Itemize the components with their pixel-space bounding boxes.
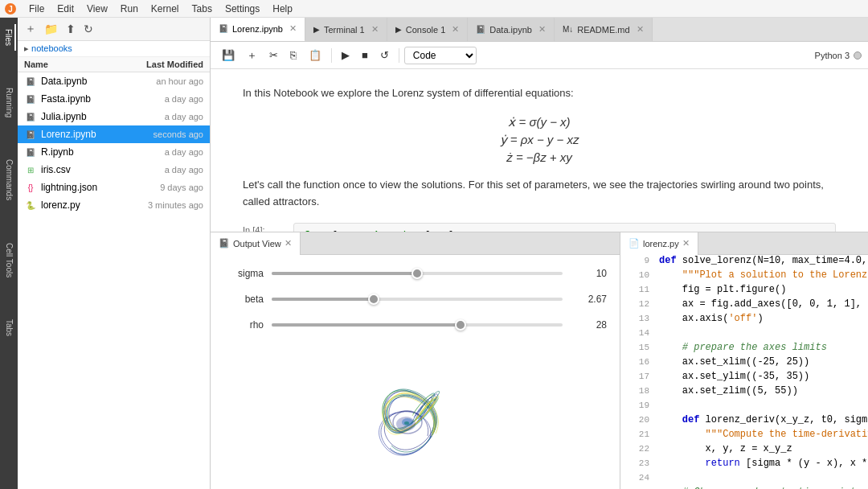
file-icon: 📓 [24,110,37,123]
file-item[interactable]: 📓 Lorenz.ipynb seconds ago [18,125,210,143]
output-tab-close[interactable]: ✕ [285,238,292,249]
upload-button[interactable]: ⬆ [63,22,78,36]
tab-label: Terminal 1 [324,25,365,35]
cell-type-select[interactable]: Code Markdown Raw [404,47,477,64]
file-modified: a day ago [123,112,203,121]
line-content: # prepare the axes limits [659,342,868,353]
notebook-content: In this Notebook we explore the Lorenz s… [211,69,868,232]
file-name: lorenz.py [41,199,123,211]
file-item[interactable]: ⊞ iris.csv a day ago [18,161,210,179]
line-content: x, y, z = x_y_z [659,443,868,454]
file-icon: 📓 [24,128,37,141]
restart-button[interactable]: ↺ [375,47,394,64]
output-tab[interactable]: 📓 Output View ✕ [211,232,301,255]
file-panel: ＋ 📁 ⬆ ↻ ▸ notebooks Name Last Modified 📓… [18,18,211,489]
slider-track[interactable] [272,298,563,301]
line-number: 23 [624,458,649,468]
file-name: R.ipynb [41,146,123,158]
tab-bar: 📓 Lorenz.ipynb ✕ ▶ Terminal 1 ✕ ▶ Consol… [211,18,868,42]
tab-close[interactable]: ✕ [538,24,546,35]
tab-close[interactable]: ✕ [371,24,379,35]
file-modified: 3 minutes ago [123,200,203,210]
menu-run[interactable]: Run [114,2,145,16]
tab[interactable]: ▶ Console 1 ✕ [387,18,469,42]
tab[interactable]: 📓 Lorenz.ipynb ✕ [211,18,305,42]
math-equations: ẋ = σ(y − x) ẏ = ρx − y − xz ż = −βz + x… [243,115,836,164]
content-area: 📓 Lorenz.ipynb ✕ ▶ Terminal 1 ✕ ▶ Consol… [211,18,868,489]
editor-tab[interactable]: 📄 lorenz.py ✕ [620,232,698,255]
sidebar-cell-tools[interactable]: Cell Tools [3,238,15,282]
editor-tab-bar: 📄 lorenz.py ✕ [620,232,868,255]
cell-code[interactable]: from lorenz import solve_lorenz t, x_t =… [293,223,836,232]
editor-line: 9 def solve_lorenz(N=10, max_time=4.0, s… [620,255,868,269]
file-icon: 📓 [24,75,37,88]
line-content: fig = plt.figure() [659,284,868,295]
menu-help[interactable]: Help [266,2,299,16]
slider-track[interactable] [272,272,563,275]
file-item[interactable]: 📓 Fasta.ipynb a day ago [18,90,210,108]
file-item[interactable]: 📓 R.ipynb a day ago [18,143,210,161]
menu-kernel[interactable]: Kernel [145,2,186,16]
line-number: 12 [624,299,649,309]
tab[interactable]: 📓 Data.ipynb ✕ [468,18,555,42]
copy-button[interactable]: ⎘ [285,47,301,64]
editor-content[interactable]: 9 def solve_lorenz(N=10, max_time=4.0, s… [620,255,868,489]
slider-value: 2.67 [571,294,607,305]
file-item[interactable]: {} lightning.json 9 days ago [18,179,210,196]
line-content [659,472,868,483]
new-file-button[interactable]: ＋ [23,21,39,37]
cut-button[interactable]: ✂ [264,47,283,64]
notebook-explanation: Let's call the function once to view the… [243,177,836,211]
breadcrumb: ▸ notebooks [18,41,210,57]
menu-edit[interactable]: Edit [51,2,80,16]
line-number: 14 [624,328,649,338]
tab[interactable]: ▶ Terminal 1 ✕ [305,18,387,42]
sidebar-tabs[interactable]: Tabs [3,314,15,341]
tab-close[interactable]: ✕ [289,23,297,34]
line-number: 17 [624,372,649,381]
header-modified: Last Modified [123,60,203,69]
editor-tab-label: lorenz.py [643,239,679,249]
sidebar-running[interactable]: Running [3,83,15,122]
slider-container: sigma 10 beta 2.67 rho 28 [223,268,607,345]
vertical-sidebar: Files Running Commands Cell Tools Tabs [0,18,18,489]
tab-label: Data.ipynb [489,25,532,35]
line-content: ax = fig.add_axes([0, 0, 1, 1], projecti… [659,298,868,310]
sidebar-files[interactable]: Files [2,24,16,51]
slider-track[interactable] [272,323,563,327]
add-cell-button[interactable]: ＋ [242,46,262,65]
slider-label: beta [223,294,264,305]
slider-value: 28 [571,319,607,331]
tab[interactable]: M↓ README.md ✕ [555,18,653,42]
save-button[interactable]: 💾 [217,47,240,64]
line-content: def lorenz_deriv(x_y_z, t0, sigma=sigma,… [659,414,868,425]
menu-tabs[interactable]: Tabs [186,2,219,16]
paste-button[interactable]: 📋 [304,47,326,64]
file-icon: 📓 [24,146,37,158]
file-item[interactable]: 📓 Julia.ipynb a day ago [18,108,210,125]
editor-line: 19 [620,400,868,414]
sidebar-commands[interactable]: Commands [3,154,15,205]
line-number: 16 [624,357,649,367]
refresh-button[interactable]: ↻ [81,22,96,36]
tab-close[interactable]: ✕ [637,24,644,35]
editor-line: 18 ax.set_zlim((5, 55)) [620,385,868,400]
breadcrumb-link[interactable]: notebooks [31,43,72,53]
file-item[interactable]: 🐍 lorenz.py 3 minutes ago [18,196,210,214]
run-button[interactable]: ▶ [337,47,354,64]
output-panel: 📓 Output View ✕ sigma 10 beta 2.67 rho [211,232,620,489]
menu-file[interactable]: File [23,2,51,16]
math-line-3: ż = −βz + xy [243,150,836,164]
file-name: Lorenz.ipynb [41,129,123,140]
interrupt-button[interactable]: ■ [357,47,373,64]
line-number: 22 [624,444,649,454]
editor-tab-close[interactable]: ✕ [682,238,690,249]
slider-value: 10 [571,268,607,279]
new-folder-button[interactable]: 📁 [42,22,60,36]
line-content [659,400,868,411]
file-item[interactable]: 📓 Data.ipynb an hour ago [18,72,210,90]
tab-close[interactable]: ✕ [452,24,459,35]
menu-settings[interactable]: Settings [219,2,266,16]
cell-prompt: In [4]: [243,225,287,232]
menu-view[interactable]: View [80,2,114,16]
